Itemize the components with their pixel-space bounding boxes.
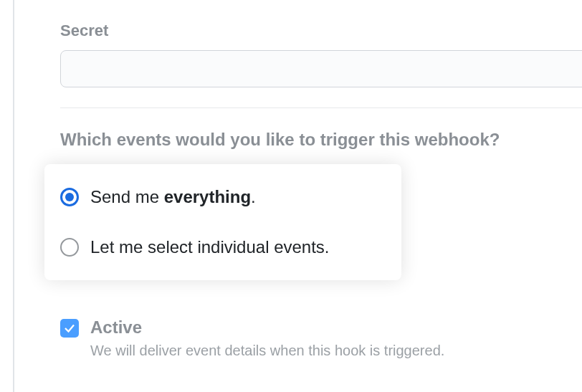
active-checkbox-row[interactable]: Active We will deliver event details whe… bbox=[60, 317, 582, 359]
events-radio-group: Send me everything. Let me select indivi… bbox=[44, 164, 401, 280]
secret-input[interactable] bbox=[60, 50, 582, 87]
radio-send-everything[interactable]: Send me everything. bbox=[60, 181, 380, 213]
active-label: Active bbox=[90, 317, 444, 338]
active-help-text: We will deliver event details when this … bbox=[90, 343, 444, 359]
radio-unchecked-icon bbox=[60, 238, 79, 257]
webhook-settings-form: Secret Which events would you like to tr… bbox=[13, 0, 582, 392]
radio-checked-icon bbox=[60, 188, 79, 206]
secret-label: Secret bbox=[60, 21, 582, 40]
section-divider bbox=[60, 107, 582, 108]
radio-select-individual-label: Let me select individual events. bbox=[90, 237, 330, 257]
check-icon bbox=[63, 322, 76, 335]
radio-select-individual[interactable]: Let me select individual events. bbox=[60, 231, 380, 263]
checkbox-checked-icon bbox=[60, 319, 79, 338]
events-heading: Which events would you like to trigger t… bbox=[60, 130, 582, 150]
radio-send-everything-label: Send me everything. bbox=[90, 187, 256, 207]
active-content: Active We will deliver event details whe… bbox=[90, 317, 444, 359]
